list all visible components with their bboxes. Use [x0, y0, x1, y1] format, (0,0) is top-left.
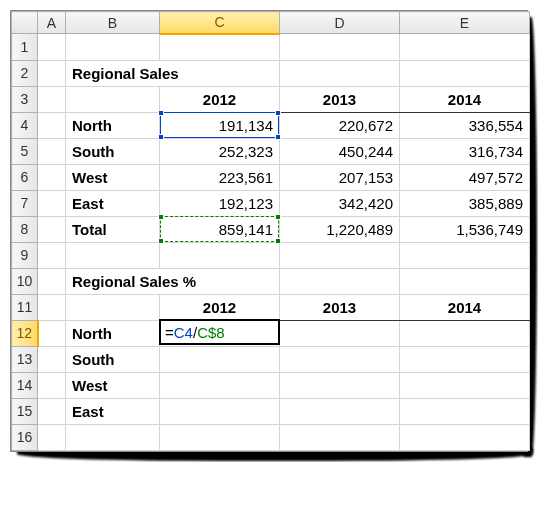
- cell[interactable]: [400, 398, 530, 424]
- select-all-corner[interactable]: [12, 12, 38, 34]
- cell[interactable]: [280, 60, 400, 86]
- cell[interactable]: Regional Sales: [66, 60, 280, 86]
- cell[interactable]: [38, 86, 66, 112]
- cell-region-north-2[interactable]: North: [66, 320, 160, 346]
- cell-year-1[interactable]: 2012: [160, 86, 280, 112]
- col-header-e[interactable]: E: [400, 12, 530, 34]
- cell-year-1b[interactable]: 2012: [160, 294, 280, 320]
- cell[interactable]: [400, 242, 530, 268]
- row-header-8[interactable]: 8: [12, 216, 38, 242]
- cell[interactable]: [400, 268, 530, 294]
- cell[interactable]: 1,220,489: [280, 216, 400, 242]
- col-header-a[interactable]: A: [38, 12, 66, 34]
- cell[interactable]: 252,323: [160, 138, 280, 164]
- col-header-c[interactable]: C: [160, 12, 280, 34]
- cell[interactable]: [38, 60, 66, 86]
- row-header-1[interactable]: 1: [12, 34, 38, 61]
- cell-region-south-2[interactable]: South: [66, 346, 160, 372]
- cell[interactable]: [38, 424, 66, 450]
- cell[interactable]: [38, 164, 66, 190]
- cell[interactable]: [400, 346, 530, 372]
- col-header-d[interactable]: D: [280, 12, 400, 34]
- cell-c4[interactable]: 191,134: [160, 112, 280, 138]
- row-header-13[interactable]: 13: [12, 346, 38, 372]
- cell-region-north[interactable]: North: [66, 112, 160, 138]
- cell[interactable]: [66, 34, 160, 61]
- cell[interactable]: [280, 372, 400, 398]
- cell[interactable]: 223,561: [160, 164, 280, 190]
- cell-region-east-2[interactable]: East: [66, 398, 160, 424]
- cell[interactable]: [66, 242, 160, 268]
- cell[interactable]: [400, 34, 530, 61]
- cell[interactable]: [38, 268, 66, 294]
- cell[interactable]: [280, 34, 400, 61]
- cell[interactable]: [38, 398, 66, 424]
- cell[interactable]: 336,554: [400, 112, 530, 138]
- row-header-3[interactable]: 3: [12, 86, 38, 112]
- cell[interactable]: [160, 424, 280, 450]
- col-header-b[interactable]: B: [66, 12, 160, 34]
- cell[interactable]: [38, 346, 66, 372]
- cell[interactable]: 316,734: [400, 138, 530, 164]
- row-header-5[interactable]: 5: [12, 138, 38, 164]
- cell[interactable]: [38, 372, 66, 398]
- cell[interactable]: [38, 242, 66, 268]
- cell[interactable]: [400, 372, 530, 398]
- cell[interactable]: [38, 294, 66, 320]
- cell[interactable]: 497,572: [400, 164, 530, 190]
- cell-region-east[interactable]: East: [66, 190, 160, 216]
- cell-year-2b[interactable]: 2013: [280, 294, 400, 320]
- cell[interactable]: [160, 242, 280, 268]
- cell-region-west-2[interactable]: West: [66, 372, 160, 398]
- row-header-16[interactable]: 16: [12, 424, 38, 450]
- cell[interactable]: [38, 216, 66, 242]
- cell[interactable]: 1,536,749: [400, 216, 530, 242]
- cell-region-south[interactable]: South: [66, 138, 160, 164]
- row-header-15[interactable]: 15: [12, 398, 38, 424]
- cell[interactable]: [280, 346, 400, 372]
- cell[interactable]: [160, 34, 280, 61]
- cell[interactable]: [400, 60, 530, 86]
- cell-year-3b[interactable]: 2014: [400, 294, 530, 320]
- row-header-2[interactable]: 2: [12, 60, 38, 86]
- spreadsheet-grid[interactable]: A B C D E 1 2Regional Sales 3 2012 2013 …: [11, 11, 530, 451]
- cell[interactable]: [38, 190, 66, 216]
- cell[interactable]: 207,153: [280, 164, 400, 190]
- cell[interactable]: 220,672: [280, 112, 400, 138]
- row-header-9[interactable]: 9: [12, 242, 38, 268]
- cell[interactable]: [280, 320, 400, 346]
- cell[interactable]: [38, 320, 66, 346]
- cell[interactable]: [160, 372, 280, 398]
- row-header-12[interactable]: 12: [12, 320, 38, 346]
- cell[interactable]: [280, 424, 400, 450]
- cell[interactable]: [280, 398, 400, 424]
- cell[interactable]: 192,123: [160, 190, 280, 216]
- cell[interactable]: [280, 242, 400, 268]
- cell[interactable]: 342,420: [280, 190, 400, 216]
- row-header-6[interactable]: 6: [12, 164, 38, 190]
- cell[interactable]: [38, 34, 66, 61]
- row-header-7[interactable]: 7: [12, 190, 38, 216]
- row-header-11[interactable]: 11: [12, 294, 38, 320]
- cell[interactable]: [38, 112, 66, 138]
- row-header-4[interactable]: 4: [12, 112, 38, 138]
- cell[interactable]: [400, 320, 530, 346]
- cell[interactable]: [66, 86, 160, 112]
- cell[interactable]: Regional Sales %: [66, 268, 280, 294]
- cell[interactable]: [280, 268, 400, 294]
- cell-region-total[interactable]: Total: [66, 216, 160, 242]
- cell[interactable]: [66, 294, 160, 320]
- active-cell-editor[interactable]: =C4/C$8: [159, 319, 280, 345]
- row-header-10[interactable]: 10: [12, 268, 38, 294]
- cell-year-2[interactable]: 2013: [280, 86, 400, 112]
- cell[interactable]: [38, 138, 66, 164]
- row-header-14[interactable]: 14: [12, 372, 38, 398]
- cell[interactable]: [66, 424, 160, 450]
- cell-c8[interactable]: 859,141: [160, 216, 280, 242]
- cell-region-west[interactable]: West: [66, 164, 160, 190]
- cell-year-3[interactable]: 2014: [400, 86, 530, 112]
- cell[interactable]: [400, 424, 530, 450]
- cell[interactable]: 450,244: [280, 138, 400, 164]
- cell[interactable]: [160, 398, 280, 424]
- cell[interactable]: [160, 346, 280, 372]
